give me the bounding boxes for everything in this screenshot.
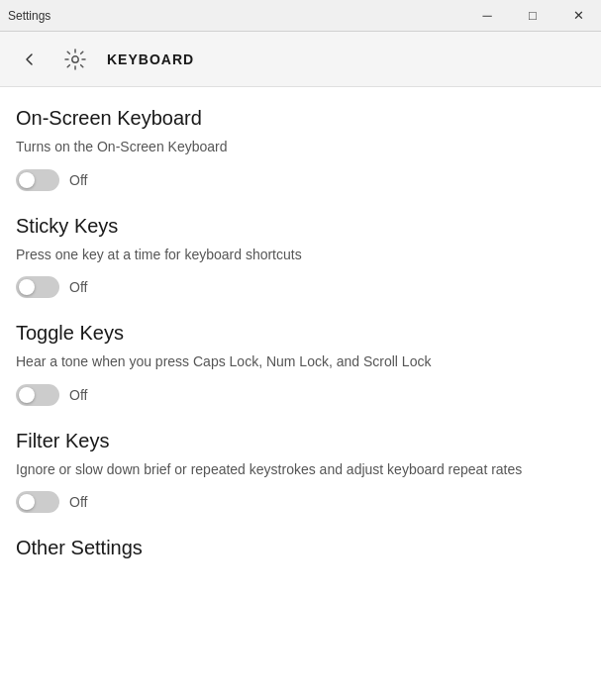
toggle-label-sticky-keys: Off — [69, 279, 87, 295]
toggle-row-sticky-keys: Off — [16, 276, 585, 298]
toggle-row-toggle-keys: Off — [16, 384, 585, 406]
toggle-label-filter-keys: Off — [69, 494, 87, 510]
toggle-row-on-screen-keyboard: Off — [16, 169, 585, 191]
back-icon — [22, 51, 38, 67]
section-desc-toggle-keys: Hear a tone when you press Caps Lock, Nu… — [16, 352, 585, 372]
title-bar-title: Settings — [8, 9, 50, 23]
section-title-on-screen-keyboard: On-Screen Keyboard — [16, 107, 585, 130]
section-desc-sticky-keys: Press one key at a time for keyboard sho… — [16, 246, 585, 265]
section-title-other-settings: Other Settings — [16, 537, 585, 559]
toggle-sticky-keys[interactable] — [16, 276, 59, 298]
section-sticky-keys: Sticky Keys Press one key at a time for … — [16, 215, 585, 299]
back-button[interactable] — [16, 46, 44, 73]
toggle-thumb — [19, 494, 35, 510]
content-area: On-Screen Keyboard Turns on the On-Scree… — [0, 87, 601, 700]
section-other-settings: Other Settings — [16, 537, 585, 559]
toggle-thumb — [19, 279, 35, 295]
toggle-track — [16, 384, 59, 406]
minimize-button[interactable]: ─ — [464, 0, 510, 32]
title-bar-left: Settings — [8, 9, 50, 23]
svg-point-0 — [72, 55, 78, 61]
toggle-thumb — [19, 387, 35, 403]
toggle-track — [16, 169, 59, 191]
toggle-label-on-screen-keyboard: Off — [69, 172, 87, 188]
toggle-toggle-keys[interactable] — [16, 384, 59, 406]
header-bar: KEYBOARD — [0, 32, 601, 87]
toggle-filter-keys[interactable] — [16, 491, 59, 513]
section-filter-keys: Filter Keys Ignore or slow down brief or… — [16, 430, 585, 514]
section-toggle-keys: Toggle Keys Hear a tone when you press C… — [16, 322, 585, 406]
section-desc-filter-keys: Ignore or slow down brief or repeated ke… — [16, 460, 585, 480]
toggle-label-toggle-keys: Off — [69, 387, 87, 403]
toggle-track — [16, 276, 59, 298]
gear-icon — [59, 44, 91, 75]
section-title-filter-keys: Filter Keys — [16, 430, 585, 452]
close-button[interactable]: ✕ — [555, 0, 601, 32]
maximize-button[interactable]: □ — [510, 0, 555, 32]
page-title: KEYBOARD — [107, 51, 194, 67]
toggle-thumb — [19, 172, 35, 188]
toggle-track — [16, 491, 59, 513]
title-bar-controls: ─ □ ✕ — [464, 0, 601, 32]
section-desc-on-screen-keyboard: Turns on the On-Screen Keyboard — [16, 138, 585, 157]
section-title-toggle-keys: Toggle Keys — [16, 322, 585, 345]
toggle-row-filter-keys: Off — [16, 491, 585, 513]
toggle-on-screen-keyboard[interactable] — [16, 169, 59, 191]
title-bar: Settings ─ □ ✕ — [0, 0, 601, 32]
section-on-screen-keyboard: On-Screen Keyboard Turns on the On-Scree… — [16, 107, 585, 191]
section-title-sticky-keys: Sticky Keys — [16, 215, 585, 238]
